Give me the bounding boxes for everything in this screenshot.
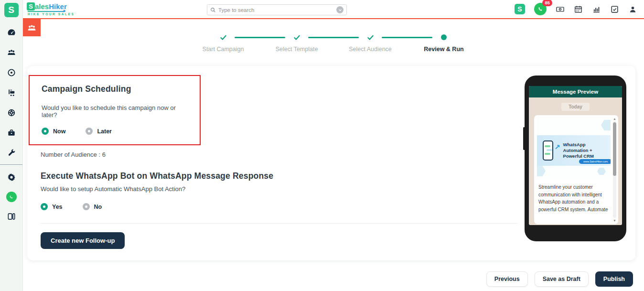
section-divider [41,223,517,224]
phone-mockup: Message Preview Today [525,75,626,241]
step-check-icon [220,33,227,41]
radio-now-label: Now [53,128,65,135]
projects-icon[interactable] [7,128,16,138]
save-as-draft-button[interactable]: Save as Draft [535,271,589,287]
step-check-icon [293,33,301,41]
phone-screen: Message Preview Today [529,86,622,225]
review-card-content: Campaign Scheduling Would you like to sc… [27,66,525,260]
radio-later[interactable]: Later [86,128,112,135]
scroll-up-icon[interactable]: ▲ [613,117,616,120]
apps-grid-icon[interactable] [7,212,16,221]
settings-icon[interactable] [7,172,16,182]
radio-now-control[interactable] [42,128,49,135]
radio-yes-label: Yes [52,204,63,210]
tasks-icon[interactable] [610,5,619,14]
logo-text-ales: ales [35,3,49,10]
sidebar-divider [0,164,22,165]
date-chip: Today [561,103,590,111]
message-text: Streamline your customer communication w… [537,183,611,213]
radio-yes-control[interactable] [41,203,48,210]
campaign-stepper: Start Campaign Select Template Select Au… [23,33,644,53]
support-icon[interactable] [7,108,16,118]
wizard-footer: Previous Save as Draft Publish [23,260,644,287]
target-icon[interactable] [7,68,16,77]
search-chevron-down-icon[interactable] [336,6,343,13]
scrollbar-thumb[interactable] [613,122,616,176]
dashboard-icon[interactable] [7,28,16,37]
step-label: Select Template [276,46,318,53]
review-card: Campaign Scheduling Would you like to sc… [27,66,635,260]
calendar-icon[interactable] [574,5,583,14]
step-review-run[interactable]: Review & Run [407,33,481,53]
message-preview-title: Message Preview [529,86,622,97]
logo-s-icon: S [27,2,35,11]
create-followup-button[interactable]: Create new Follow-up [41,232,125,249]
bot-title: Execute WhatsApp Bot on WhatsApp Message… [41,171,525,181]
main-area: S ales Hiker HIKE YOUR SALES S [23,0,644,291]
logo-text-hiker: Hiker [49,3,67,10]
scheduling-title: Campaign Scheduling [42,84,190,94]
preview-scrollbar[interactable]: ▲ ▼ [612,117,617,222]
whatsapp-notifications-icon[interactable]: 85 [534,3,547,15]
orders-icon[interactable] [7,88,16,97]
step-label: Start Campaign [203,46,244,53]
previous-button[interactable]: Previous [486,271,528,287]
tools-icon[interactable] [7,148,16,158]
radio-no[interactable]: No [83,203,102,210]
radio-no-control[interactable] [83,203,90,210]
step-check-icon [367,33,374,41]
step-select-template[interactable]: Select Template [260,33,333,53]
sidebar: S [0,0,23,291]
banner-phone-illustration [543,140,553,161]
billing-icon[interactable] [556,5,565,14]
user-profile-icon[interactable] [628,5,637,14]
top-bar: S ales Hiker HIKE YOUR SALES S [23,0,644,19]
sidebar-logo[interactable]: S [4,3,19,17]
radio-later-label: Later [97,128,112,135]
search-input[interactable] [218,7,336,13]
reports-chart-icon[interactable] [592,5,601,14]
step-current-dot [441,33,447,41]
publish-button[interactable]: Publish [595,271,633,287]
radio-yes[interactable]: Yes [41,203,63,210]
logo-tagline: HIKE YOUR SALES [28,13,75,16]
radio-no-label: No [94,204,102,210]
saleshiker-app-icon[interactable]: S [515,4,525,14]
audience-count: Number of Audience : 6 [41,151,525,158]
campaign-scheduling-highlight-box: Campaign Scheduling Would you like to sc… [29,75,201,145]
step-label: Review & Run [424,46,463,53]
contacts-icon[interactable] [7,48,16,57]
saleshiker-logo[interactable]: S ales Hiker HIKE YOUR SALES [27,2,75,16]
banner-text: WhatsApp Automation + Powerful CRM [563,142,594,159]
search-icon [210,7,216,13]
template-banner-image: ↗ WhatsApp Automation + Powerful CRM www… [537,118,611,179]
radio-later-control[interactable] [86,128,93,135]
banner-url-pill: www.SalesHiker.com [579,159,611,164]
logo-arrow [28,11,65,12]
step-select-audience[interactable]: Select Audience [333,33,407,53]
campaigns-module-icon[interactable] [23,19,41,36]
bot-question: Would like to setup Automatic WhatsApp B… [41,185,525,193]
banner-growth-arrow: ↗ [554,143,560,151]
app-window: S [0,0,644,291]
message-bubble: ↗ WhatsApp Automation + Powerful CRM www… [534,115,618,224]
phone-side-button [523,127,525,150]
radio-now[interactable]: Now [42,128,65,135]
step-label: Select Audience [349,46,392,53]
notification-badge: 85 [542,0,552,6]
scheduling-question: Would you like to schedule this campaign… [42,104,190,119]
global-search [207,4,347,15]
step-start-campaign[interactable]: Start Campaign [186,33,260,53]
scroll-down-icon[interactable]: ▼ [613,219,616,222]
whatsapp-icon[interactable] [6,192,17,202]
message-preview-column: Message Preview Today [525,66,635,260]
